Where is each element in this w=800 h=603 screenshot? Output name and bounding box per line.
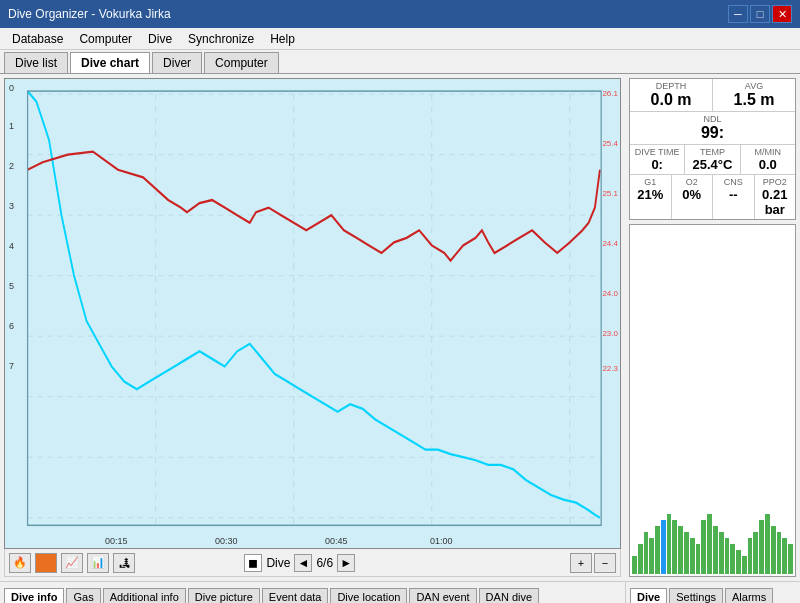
bar-15[interactable] bbox=[719, 532, 724, 574]
bar-14[interactable] bbox=[713, 526, 718, 574]
y-label-1: 1 bbox=[9, 121, 14, 131]
menu-dive[interactable]: Dive bbox=[140, 30, 180, 48]
stat-cell-cns: CNS -- bbox=[713, 175, 755, 219]
stat-cell-depth: DEPTH 0.0 m bbox=[630, 79, 713, 111]
bar-16[interactable] bbox=[725, 538, 730, 574]
toolbar-btn-5[interactable]: 🏞 bbox=[113, 553, 135, 573]
bar-1[interactable] bbox=[638, 544, 643, 574]
bar-7[interactable] bbox=[672, 520, 677, 574]
mmin-value: 0.0 bbox=[745, 157, 791, 172]
bar-3[interactable] bbox=[649, 538, 654, 574]
toolbar-btn-4[interactable]: 📊 bbox=[87, 553, 109, 573]
bar-12[interactable] bbox=[701, 520, 706, 574]
y-label-0: 0 bbox=[9, 83, 14, 93]
window-title: Dive Organizer - Vokurka Jirka bbox=[8, 7, 171, 21]
minimize-button[interactable]: ─ bbox=[728, 5, 748, 23]
y-label-3: 3 bbox=[9, 201, 14, 211]
bar-13[interactable] bbox=[707, 514, 712, 574]
ppo2-label: PPO2 bbox=[759, 177, 792, 187]
bar-27[interactable] bbox=[788, 544, 793, 574]
temp-label-3: 25.1 bbox=[602, 189, 618, 198]
g1-value: 21% bbox=[634, 187, 667, 202]
bar-2[interactable] bbox=[644, 532, 649, 574]
bar-0[interactable] bbox=[632, 556, 637, 574]
tab-alarms[interactable]: Alarms bbox=[725, 588, 773, 603]
bar-5[interactable] bbox=[661, 520, 666, 574]
zoom-in-button[interactable]: + bbox=[570, 553, 592, 573]
dive-number: 6/6 bbox=[316, 556, 333, 570]
tab-gas[interactable]: Gas bbox=[66, 588, 100, 603]
main-content: 0 1 2 3 4 5 6 7 26.1 25.4 25.1 24.4 24.0… bbox=[0, 74, 800, 581]
right-tab-bar: Dive Settings Alarms bbox=[626, 582, 800, 603]
avg-value: 1.5 m bbox=[717, 91, 791, 109]
tab-diver[interactable]: Diver bbox=[152, 52, 202, 73]
bar-20[interactable] bbox=[748, 538, 753, 574]
chart-toolbar: 🔥 📈 📊 🏞 ◼ Dive ◄ 6/6 ► + − bbox=[4, 549, 621, 577]
tab-dive-picture[interactable]: Dive picture bbox=[188, 588, 260, 603]
divetime-label: DIVE TIME bbox=[634, 147, 680, 157]
toolbar-btn-3[interactable]: 📈 bbox=[61, 553, 83, 573]
bar-21[interactable] bbox=[753, 532, 758, 574]
x-label-4: 01:00 bbox=[430, 536, 453, 546]
prev-dive-button[interactable]: ◄ bbox=[294, 554, 312, 572]
bar-4[interactable] bbox=[655, 526, 660, 574]
maximize-button[interactable]: □ bbox=[750, 5, 770, 23]
tab-settings[interactable]: Settings bbox=[669, 588, 723, 603]
tab-dive-info[interactable]: Dive info bbox=[4, 588, 64, 603]
stat-cell-avg: AVG 1.5 m bbox=[713, 79, 795, 111]
y-label-2: 2 bbox=[9, 161, 14, 171]
temp-label-6: 23.0 bbox=[602, 329, 618, 338]
window-controls: ─ □ ✕ bbox=[728, 5, 792, 23]
bar-26[interactable] bbox=[782, 538, 787, 574]
bottom-left: Dive info Gas Additional info Dive pictu… bbox=[0, 582, 625, 603]
tab-dan-event[interactable]: DAN event bbox=[409, 588, 476, 603]
bar-25[interactable] bbox=[777, 532, 782, 574]
tab-dive-list[interactable]: Dive list bbox=[4, 52, 68, 73]
menu-computer[interactable]: Computer bbox=[71, 30, 140, 48]
dive-navigation: ◼ Dive ◄ 6/6 ► bbox=[244, 554, 355, 572]
zoom-out-button[interactable]: − bbox=[594, 553, 616, 573]
bar-6[interactable] bbox=[667, 514, 672, 574]
dive-depth-bars bbox=[629, 224, 796, 577]
bar-24[interactable] bbox=[771, 526, 776, 574]
tab-event-data[interactable]: Event data bbox=[262, 588, 329, 603]
o2-value: 0% bbox=[676, 187, 709, 202]
tab-dive-chart[interactable]: Dive chart bbox=[70, 52, 150, 73]
bar-17[interactable] bbox=[730, 544, 735, 574]
menu-bar: Database Computer Dive Synchronize Help bbox=[0, 28, 800, 50]
tab-computer[interactable]: Computer bbox=[204, 52, 279, 73]
temp-label: TEMP bbox=[689, 147, 735, 157]
close-button[interactable]: ✕ bbox=[772, 5, 792, 23]
tab-dan-dive[interactable]: DAN dive bbox=[479, 588, 539, 603]
x-label-2: 00:30 bbox=[215, 536, 238, 546]
cns-value: -- bbox=[717, 187, 750, 202]
bar-9[interactable] bbox=[684, 532, 689, 574]
bar-8[interactable] bbox=[678, 526, 683, 574]
tab-dive-location[interactable]: Dive location bbox=[330, 588, 407, 603]
menu-help[interactable]: Help bbox=[262, 30, 303, 48]
temp-label-7: 22.3 bbox=[602, 364, 618, 373]
bar-11[interactable] bbox=[696, 544, 701, 574]
chart-panel: 0 1 2 3 4 5 6 7 26.1 25.4 25.1 24.4 24.0… bbox=[0, 74, 625, 581]
cns-label: CNS bbox=[717, 177, 750, 187]
bar-23[interactable] bbox=[765, 514, 770, 574]
bottom-right: Dive Settings Alarms Surface time -- Ave… bbox=[625, 582, 800, 603]
bar-10[interactable] bbox=[690, 538, 695, 574]
bar-22[interactable] bbox=[759, 520, 764, 574]
toolbar-btn-1[interactable]: 🔥 bbox=[9, 553, 31, 573]
bar-19[interactable] bbox=[742, 556, 747, 574]
toolbar-btn-2[interactable] bbox=[35, 553, 57, 573]
tab-dive-settings[interactable]: Dive bbox=[630, 588, 667, 603]
x-label-1: 00:15 bbox=[105, 536, 128, 546]
menu-database[interactable]: Database bbox=[4, 30, 71, 48]
g1-label: G1 bbox=[634, 177, 667, 187]
mmin-label: m/min bbox=[745, 147, 791, 157]
depth-label: DEPTH bbox=[634, 81, 708, 91]
stat-cell-mmin: m/min 0.0 bbox=[741, 145, 795, 174]
tab-additional-info[interactable]: Additional info bbox=[103, 588, 186, 603]
temp-label-4: 24.4 bbox=[602, 239, 618, 248]
divetime-value: 0: bbox=[634, 157, 680, 172]
menu-synchronize[interactable]: Synchronize bbox=[180, 30, 262, 48]
bar-18[interactable] bbox=[736, 550, 741, 574]
next-dive-button[interactable]: ► bbox=[337, 554, 355, 572]
